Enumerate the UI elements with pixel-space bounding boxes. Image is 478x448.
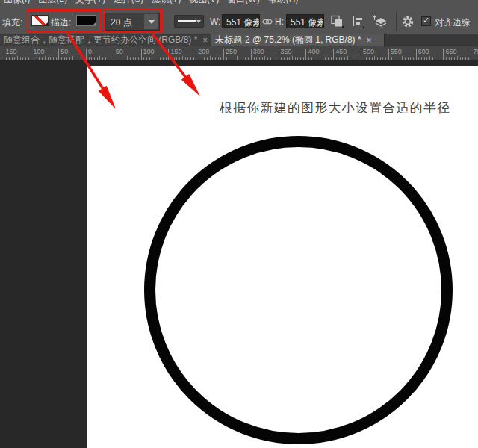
- width-input[interactable]: 551 像素: [222, 14, 260, 28]
- gear-icon[interactable]: [401, 15, 415, 28]
- ruler-tick: [468, 57, 469, 60]
- document-tab-active[interactable]: 未标题-2 @ 75.2% (椭圆 1, RGB/8) * ×: [211, 34, 385, 46]
- ruler-tick: [336, 57, 337, 60]
- ruler-tick-major: [196, 49, 196, 60]
- tab-title: 随意组合，随意搭配，更节约办公空间 (RGB/8) *: [4, 34, 197, 46]
- path-operations-icon[interactable]: [329, 15, 344, 29]
- annotation-text: 根据你新建的图形大小设置合适的半径: [220, 99, 450, 116]
- ruler-tick: [78, 57, 78, 60]
- ruler-tick: [264, 56, 265, 60]
- ruler-tick: [429, 56, 430, 60]
- ruler-tick: [97, 57, 98, 60]
- ellipse-shape[interactable]: [144, 136, 453, 444]
- ruler-tick: [402, 56, 403, 60]
- ruler-tick: [451, 57, 452, 60]
- ruler-tick-major: [31, 49, 31, 60]
- ruler-tick: [138, 57, 139, 60]
- menu-item[interactable]: 视图(V): [189, 0, 219, 5]
- ruler-tick: [339, 57, 340, 60]
- ruler-tick: [317, 57, 317, 60]
- ruler-tick: [125, 57, 125, 60]
- ruler-tick: [149, 57, 150, 60]
- ruler-tick: [303, 57, 304, 60]
- ruler-tick: [220, 57, 221, 60]
- ruler-tick: [385, 57, 386, 60]
- ruler-tick: [323, 57, 323, 60]
- ruler-tick: [405, 57, 406, 60]
- ruler-tick: [56, 57, 57, 60]
- ruler-tick: [311, 57, 312, 60]
- ruler-tick-major: [305, 49, 306, 60]
- ruler-tick: [353, 57, 353, 60]
- align-edges-checkbox[interactable]: ✓: [421, 16, 431, 26]
- ruler-tick: [190, 57, 191, 60]
- ruler-tick: [281, 57, 282, 60]
- ruler-tick: [6, 57, 7, 60]
- menu-item[interactable]: 选择(S): [114, 0, 143, 5]
- ruler-tick: [449, 57, 450, 60]
- ruler-tick: [202, 57, 202, 60]
- ruler-tick: [218, 57, 219, 60]
- ruler-tick: [48, 57, 49, 60]
- ruler-tick: [474, 57, 474, 60]
- ruler-tick: [212, 57, 213, 60]
- menu-item[interactable]: 帮助(H): [268, 0, 299, 5]
- ruler-tick: [460, 57, 461, 60]
- close-icon[interactable]: ×: [367, 36, 372, 45]
- ruler-tick: [199, 57, 199, 60]
- stroke-style-dropdown[interactable]: [174, 15, 204, 28]
- menu-item[interactable]: 窗口(W): [227, 0, 259, 5]
- document-tab[interactable]: 随意组合，随意搭配，更节约办公空间 (RGB/8) * ×: [0, 34, 211, 46]
- menu-item[interactable]: 图像(I): [4, 0, 30, 5]
- menu-item[interactable]: 图层(L): [38, 0, 67, 5]
- ruler-tick: [28, 57, 29, 60]
- height-input[interactable]: 551 像素: [286, 14, 324, 28]
- ruler-tick: [394, 57, 394, 60]
- photoshop-window: 图像(I)图层(L)文字(Y)选择(S)滤镜(T)视图(V)窗口(W)帮助(H)…: [0, 0, 478, 448]
- ruler-tick: [152, 57, 152, 60]
- ruler-tick: [438, 57, 438, 60]
- close-icon[interactable]: ×: [202, 36, 208, 45]
- ruler-tick: [308, 57, 309, 60]
- ruler-tick: [314, 57, 314, 60]
- menu-item[interactable]: 滤镜(T): [152, 0, 181, 5]
- ruler-label: 550: [391, 48, 402, 55]
- menu-item[interactable]: 文字(Y): [75, 0, 105, 5]
- ruler-label: 100: [33, 48, 44, 55]
- ruler-tick: [72, 56, 73, 60]
- ruler-tick: [243, 57, 243, 60]
- ruler-tick: [465, 57, 466, 60]
- ruler-tick: [237, 56, 238, 60]
- ruler-tick-major: [4, 49, 4, 60]
- ruler-tick: [64, 57, 65, 60]
- ruler-tick: [160, 57, 161, 60]
- ruler-tick: [350, 57, 350, 60]
- ruler-tick: [135, 57, 136, 60]
- ruler-tick: [292, 56, 293, 60]
- ruler-tick: [42, 57, 43, 60]
- menu-bar: 图像(I)图层(L)文字(Y)选择(S)滤镜(T)视图(V)窗口(W)帮助(H): [0, 0, 478, 9]
- ruler-tick: [34, 57, 34, 60]
- ruler-tick: [300, 57, 301, 60]
- ruler-tick: [240, 57, 240, 60]
- canvas[interactable]: 根据你新建的图形大小设置合适的半径: [87, 66, 478, 448]
- path-alignment-icon[interactable]: [350, 15, 365, 29]
- ruler-tick: [182, 56, 183, 60]
- ruler-tick: [83, 57, 84, 60]
- path-arrangement-icon[interactable]: [373, 15, 389, 29]
- ruler-tick: [235, 57, 235, 60]
- ruler-tick: [102, 57, 103, 60]
- ruler-tick: [91, 57, 92, 60]
- ruler-label: 350: [281, 48, 292, 55]
- ruler-tick: [133, 57, 134, 60]
- ruler-tick: [127, 56, 128, 60]
- ruler-tick: [372, 57, 373, 60]
- ruler-label: 150: [170, 48, 181, 55]
- ruler-tick: [25, 57, 26, 60]
- ruler-tick-major: [388, 49, 389, 60]
- ruler-label: 650: [445, 48, 456, 55]
- ruler-label: 250: [226, 48, 237, 55]
- ruler-tick: [418, 57, 419, 60]
- horizontal-ruler[interactable]: 1501005005010015020025030035040045050055…: [0, 46, 478, 60]
- link-wh-icon[interactable]: [262, 17, 273, 26]
